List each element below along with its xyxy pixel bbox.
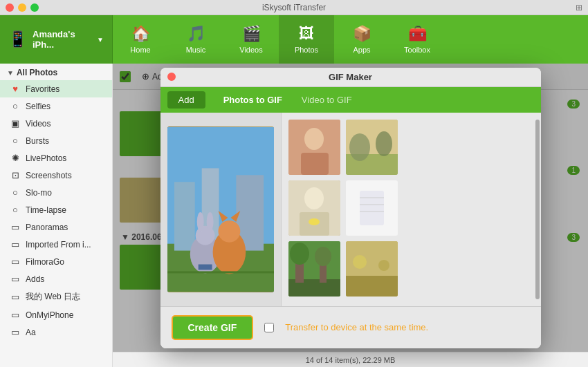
heart-icon: ♥ — [10, 84, 21, 94]
modal-add-button[interactable]: Add — [167, 91, 205, 109]
vertical-scrollbar[interactable] — [535, 120, 540, 299]
livephotos-icon: ✺ — [10, 153, 21, 163]
nav-home-label: Home — [130, 46, 150, 54]
modal-thumb-grid — [282, 113, 541, 306]
svg-point-20 — [349, 133, 370, 161]
tab-video-to-gif[interactable]: Video to GIF — [297, 93, 356, 107]
device-section[interactable]: 📱 Amanda's iPh... ▼ — [0, 15, 113, 64]
nav-music-label: Music — [186, 46, 206, 54]
sidebar-all-photos[interactable]: ▼ All Photos — [0, 64, 112, 80]
imported-icon: ▭ — [10, 239, 21, 250]
svg-point-34 — [290, 243, 309, 265]
thumb-tan-1[interactable] — [346, 241, 398, 297]
thumb-landscape-1[interactable] — [346, 120, 398, 175]
transfer-checkbox[interactable] — [264, 323, 274, 332]
svg-point-8 — [206, 211, 213, 231]
nav-toolbox-label: Toolbox — [404, 46, 430, 54]
timelapse-icon: ○ — [10, 205, 21, 215]
thumb-forest-1[interactable] — [288, 241, 340, 297]
aa-icon: ▭ — [10, 327, 21, 337]
thumb-person-1[interactable] — [288, 180, 340, 236]
thumb-row-2 — [288, 180, 534, 236]
maximize-button[interactable] — [30, 3, 39, 12]
sidebar-item-adds[interactable]: ▭ Adds — [0, 270, 112, 288]
sidebar-onmyiphone-label: OnMyiPhone — [26, 310, 105, 320]
toolbox-icon: 🧰 — [408, 25, 427, 43]
close-button[interactable] — [6, 3, 14, 12]
sidebar-panoramas-label: Panoramas — [26, 223, 105, 232]
sidebar-item-slomo[interactable]: ○ Slo-mo — [0, 184, 112, 201]
svg-point-16 — [304, 128, 324, 150]
sidebar-timelapse-label: Time-lapse — [26, 205, 105, 215]
sidebar-aa-label: Aa — [26, 328, 105, 337]
filmorago-icon: ▭ — [10, 256, 21, 267]
nav-home[interactable]: 🏠 Home — [113, 15, 168, 64]
svg-point-10 — [218, 220, 240, 242]
thumb-row-1 — [288, 120, 534, 175]
tab-photos-to-gif[interactable]: Photos to GIF — [219, 93, 286, 107]
sidebar-item-aa[interactable]: ▭ Aa — [0, 323, 112, 341]
sidebar-section-title: All Photos — [17, 68, 57, 77]
sidebar-web-label: 我的 Web 日志 — [26, 291, 105, 303]
bursts-icon: ○ — [10, 135, 21, 146]
adds-icon: ▭ — [10, 274, 21, 284]
nav-toolbox[interactable]: 🧰 Toolbox — [389, 15, 445, 64]
device-icon: 📱 — [8, 30, 27, 48]
sidebar-imported-label: Imported From i... — [26, 240, 105, 250]
videos-icon: 🎬 — [242, 25, 261, 43]
sidebar-item-panoramas[interactable]: ▭ Panoramas — [0, 218, 112, 236]
sidebar-selfies-label: Selfies — [26, 102, 105, 111]
sidebar-item-bursts[interactable]: ○ Bursts — [0, 132, 112, 149]
svg-point-40 — [378, 260, 389, 271]
minimize-button[interactable] — [18, 3, 26, 12]
thumb-portrait-1[interactable] — [288, 120, 340, 175]
svg-rect-38 — [346, 276, 398, 297]
sidebar-item-livephotos[interactable]: ✺ LivePhotos — [0, 149, 112, 167]
modal-content — [160, 113, 541, 306]
modal-overlay: GIF Maker Add Photos to GIF Video to GIF — [113, 64, 588, 352]
svg-rect-17 — [301, 153, 329, 175]
sidebar-item-onmyiphone[interactable]: ▭ OnMyiPhone — [0, 306, 112, 323]
modal-titlebar: GIF Maker — [160, 68, 541, 87]
sidebar-filmorago-label: FilmoraGo — [26, 257, 105, 267]
nav-photos-label: Photos — [295, 46, 318, 54]
section-arrow-icon: ▼ — [7, 69, 14, 77]
main-layout: ▼ All Photos ♥ Favorites ○ Selfies ▣ Vid… — [0, 64, 588, 367]
sidebar-item-timelapse[interactable]: ○ Time-lapse — [0, 201, 112, 218]
modal-title: GIF Maker — [329, 72, 372, 82]
modal-toolbar: Add Photos to GIF Video to GIF — [160, 87, 541, 113]
svg-rect-27 — [360, 191, 384, 225]
sidebar-item-filmorago[interactable]: ▭ FilmoraGo — [0, 253, 112, 270]
svg-point-23 — [304, 187, 324, 209]
svg-point-7 — [196, 211, 203, 231]
sidebar-favorites-label: Favorites — [26, 84, 105, 94]
thumb-svg-2 — [346, 120, 398, 175]
thumb-white-1[interactable] — [346, 180, 398, 236]
nav-videos[interactable]: 🎬 Videos — [223, 15, 279, 64]
selfies-icon: ○ — [10, 101, 21, 111]
sidebar-item-imported[interactable]: ▭ Imported From i... — [0, 236, 112, 253]
sidebar-item-web[interactable]: ▭ 我的 Web 日志 — [0, 288, 112, 306]
nav-apps[interactable]: 📦 Apps — [334, 15, 389, 64]
svg-point-39 — [353, 255, 367, 269]
device-name: Amanda's iPh... — [33, 29, 91, 50]
create-gif-button[interactable]: Create GIF — [172, 315, 254, 340]
home-icon: 🏠 — [131, 25, 150, 43]
nav-music[interactable]: 🎵 Music — [168, 15, 223, 64]
sidebar-item-selfies[interactable]: ○ Selfies — [0, 97, 112, 115]
sidebar-screenshots-label: Screenshots — [26, 171, 105, 180]
modal-footer: Create GIF Transfer to device at the sam… — [160, 306, 541, 348]
screenshots-icon: ⊡ — [10, 170, 21, 180]
modal-main-image-area — [160, 113, 282, 306]
status-bar: 14 of 14 item(s), 22.29 MB — [113, 352, 588, 367]
modal-close-button[interactable] — [167, 73, 176, 81]
nav-videos-label: Videos — [239, 46, 262, 54]
window-controls[interactable] — [6, 3, 39, 12]
sidebar-item-favorites[interactable]: ♥ Favorites — [0, 80, 112, 97]
thumb-svg-6 — [346, 241, 398, 297]
photos-icon: 🖼 — [299, 25, 314, 43]
sidebar-item-videos[interactable]: ▣ Videos — [0, 115, 112, 132]
nav-photos[interactable]: 🖼 Photos — [279, 15, 334, 64]
svg-point-21 — [376, 131, 392, 156]
sidebar-item-screenshots[interactable]: ⊡ Screenshots — [0, 167, 112, 184]
